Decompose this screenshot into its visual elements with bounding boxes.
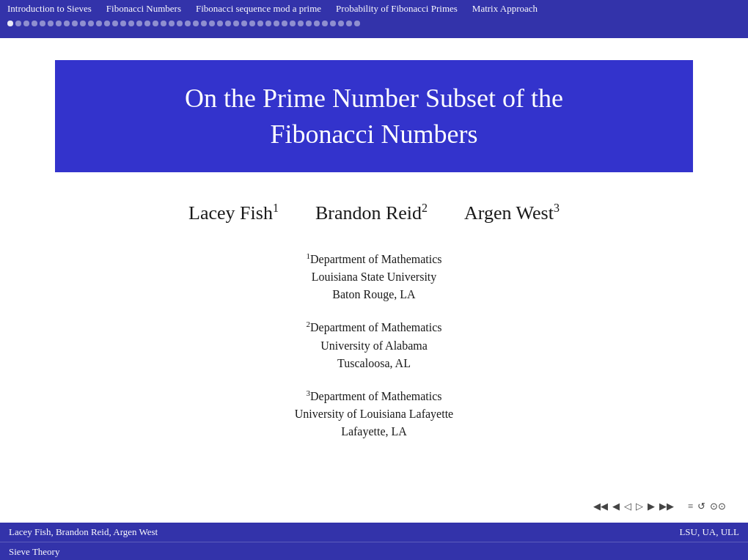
nav-dot[interactable] — [193, 21, 199, 26]
nav-dot[interactable] — [56, 21, 62, 26]
nav-dot[interactable] — [209, 21, 215, 26]
nav-dot[interactable] — [346, 21, 352, 26]
nav-dot[interactable] — [241, 21, 247, 26]
nav-dot[interactable] — [249, 21, 255, 26]
author-1: Lacey Fish1 — [188, 202, 279, 224]
affiliation-3: 3Department of Mathematics University of… — [295, 387, 453, 441]
nav-dot[interactable] — [257, 21, 263, 26]
nav-dot[interactable] — [120, 21, 126, 26]
nav-dot[interactable] — [153, 21, 158, 26]
nav-dot[interactable] — [128, 21, 134, 26]
nav-dot[interactable] — [177, 21, 183, 26]
bottom-bar-main: Lacey Fish, Brandon Reid, Argen West LSU… — [0, 523, 748, 542]
nav-dot[interactable] — [282, 21, 287, 26]
nav-dot[interactable] — [40, 21, 45, 26]
nav-last-icon[interactable]: ▶▶ — [659, 501, 674, 512]
nav-dot[interactable] — [161, 21, 166, 26]
nav-dot[interactable] — [290, 21, 296, 26]
nav-dot[interactable] — [322, 21, 328, 26]
main-content: On the Prime Number Subset of the Fibona… — [0, 38, 748, 455]
nav-dot[interactable] — [314, 21, 320, 26]
nav-dot[interactable] — [112, 21, 118, 26]
bottom-authors: Lacey Fish, Brandon Reid, Argen West — [9, 526, 158, 538]
nav-dot[interactable] — [330, 21, 336, 26]
affiliation-1: 1Department of Mathematics Louisiana Sta… — [307, 250, 442, 303]
nav-dot[interactable] — [306, 21, 312, 26]
slide-title: On the Prime Number Subset of the Fibona… — [84, 81, 664, 152]
nav-dot[interactable] — [354, 21, 360, 26]
nav-tab-matrix[interactable]: Matrix Approach — [472, 3, 538, 18]
nav-dot[interactable] — [72, 21, 78, 26]
bottom-affiliation: LSU, UA, ULL — [679, 526, 739, 538]
nav-dot[interactable] — [298, 21, 304, 26]
affiliation-2: 2Department of Mathematics University of… — [307, 318, 442, 372]
nav-dot[interactable] — [136, 21, 142, 26]
progress-dots — [7, 21, 741, 30]
nav-dot[interactable] — [338, 21, 344, 26]
nav-refresh-icon[interactable]: ↺ — [697, 501, 705, 512]
affiliations: 1Department of Mathematics Louisiana Sta… — [295, 250, 453, 441]
slide-subtitle: Sieve Theory — [9, 546, 59, 557]
nav-dot[interactable] — [144, 21, 150, 26]
nav-dot[interactable] — [201, 21, 207, 26]
nav-dot[interactable] — [185, 21, 191, 26]
nav-prev-icon[interactable]: ◀ — [612, 501, 620, 512]
nav-dot[interactable] — [48, 21, 54, 26]
nav-zoom-icon[interactable]: ⊙⊙ — [710, 501, 726, 512]
nav-dot[interactable] — [233, 21, 239, 26]
nav-dot[interactable] — [88, 21, 94, 26]
nav-tab-sequence[interactable]: Fibonacci sequence mod a prime — [196, 3, 321, 18]
author-2: Brandon Reid2 — [315, 202, 428, 224]
nav-dot[interactable] — [217, 21, 223, 26]
nav-dot[interactable] — [23, 21, 29, 26]
slide-nav-controls[interactable]: ◀◀ ◀ ◁ ▷ ▶ ▶▶ ≡ ↺ ⊙⊙ — [593, 501, 726, 512]
nav-dot[interactable] — [104, 21, 110, 26]
nav-tab-fibonacci[interactable]: Fibonacci Numbers — [106, 3, 181, 18]
nav-dot[interactable] — [225, 21, 231, 26]
author-3: Argen West3 — [464, 202, 560, 224]
nav-dot[interactable] — [32, 21, 37, 26]
nav-dot[interactable] — [80, 21, 86, 26]
title-box: On the Prime Number Subset of the Fibona… — [55, 60, 693, 172]
nav-dot[interactable] — [96, 21, 102, 26]
nav-dot[interactable] — [265, 21, 271, 26]
nav-prev2-icon[interactable]: ◁ — [624, 501, 631, 512]
nav-dot[interactable] — [15, 21, 21, 26]
top-navigation: Introduction to Sieves Fibonacci Numbers… — [0, 0, 748, 38]
nav-next2-icon[interactable]: ▷ — [636, 501, 643, 512]
nav-tabs-row: Introduction to Sieves Fibonacci Numbers… — [7, 3, 741, 18]
nav-dot[interactable] — [64, 21, 70, 26]
nav-next-icon[interactable]: ▶ — [648, 501, 655, 512]
nav-first-icon[interactable]: ◀◀ — [593, 501, 608, 512]
nav-tab-intro[interactable]: Introduction to Sieves — [7, 3, 92, 18]
nav-dot[interactable] — [169, 21, 175, 26]
nav-dot[interactable] — [274, 21, 279, 26]
bottom-bar-subtitle: Sieve Theory — [0, 542, 748, 560]
authors-row: Lacey Fish1 Brandon Reid2 Argen West3 — [188, 202, 560, 224]
nav-menu-icon[interactable]: ≡ — [688, 501, 693, 512]
bottom-bar: Lacey Fish, Brandon Reid, Argen West LSU… — [0, 523, 748, 560]
nav-dot[interactable] — [7, 21, 13, 26]
nav-tab-probability[interactable]: Probability of Fibonacci Primes — [336, 3, 458, 18]
